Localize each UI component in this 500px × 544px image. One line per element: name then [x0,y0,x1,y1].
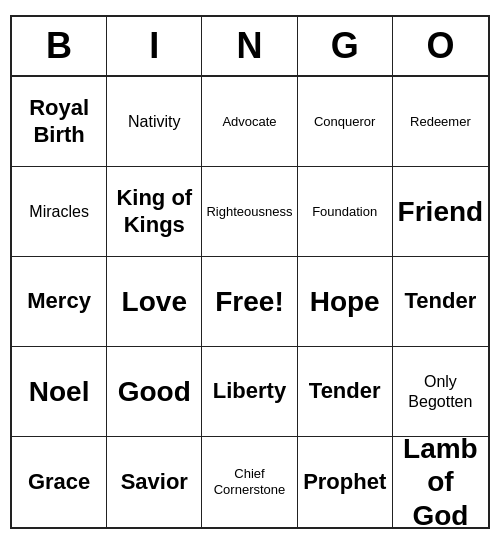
bingo-grid: Royal BirthNativityAdvocateConquerorRede… [12,77,488,527]
bingo-cell-16: Good [107,347,202,437]
bingo-cell-22: Chief Cornerstone [202,437,297,527]
bingo-cell-14: Tender [393,257,488,347]
bingo-cell-21: Savior [107,437,202,527]
bingo-cell-12: Free! [202,257,297,347]
bingo-cell-15: Noel [12,347,107,437]
bingo-cell-5: Miracles [12,167,107,257]
bingo-cell-7: Righteousness [202,167,297,257]
bingo-cell-0: Royal Birth [12,77,107,167]
bingo-cell-19: Only Begotten [393,347,488,437]
header-letter-g: G [298,17,393,75]
bingo-cell-11: Love [107,257,202,347]
header-letter-b: B [12,17,107,75]
bingo-cell-13: Hope [298,257,393,347]
bingo-cell-24: Lamb of God [393,437,488,527]
bingo-cell-9: Friend [393,167,488,257]
bingo-cell-10: Mercy [12,257,107,347]
header-letter-n: N [202,17,297,75]
bingo-header: BINGO [12,17,488,77]
bingo-cell-8: Foundation [298,167,393,257]
bingo-cell-20: Grace [12,437,107,527]
header-letter-i: I [107,17,202,75]
bingo-cell-17: Liberty [202,347,297,437]
bingo-cell-23: Prophet [298,437,393,527]
bingo-cell-3: Conqueror [298,77,393,167]
bingo-card: BINGO Royal BirthNativityAdvocateConquer… [10,15,490,529]
bingo-cell-4: Redeemer [393,77,488,167]
header-letter-o: O [393,17,488,75]
bingo-cell-1: Nativity [107,77,202,167]
bingo-cell-18: Tender [298,347,393,437]
bingo-cell-6: King of Kings [107,167,202,257]
bingo-cell-2: Advocate [202,77,297,167]
